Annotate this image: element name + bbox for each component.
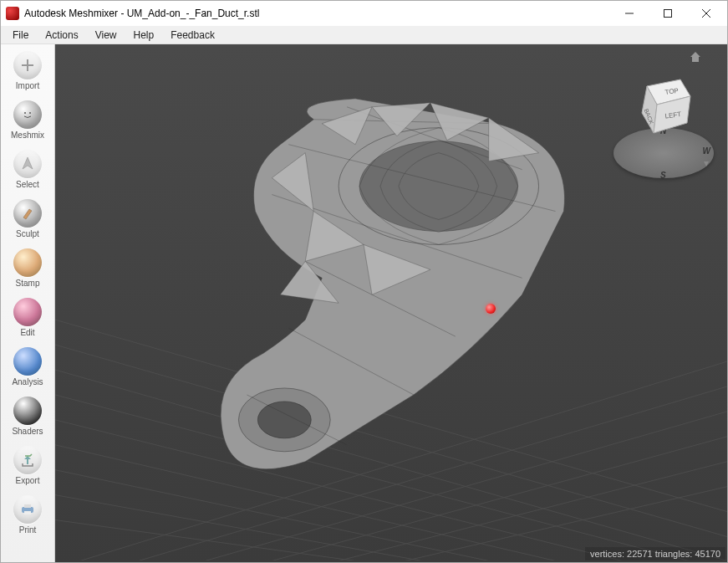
edit-sphere-icon bbox=[13, 298, 42, 326]
export-icon bbox=[13, 446, 42, 474]
vertices-count: 22571 bbox=[627, 549, 653, 559]
tool-label: Stamp bbox=[16, 279, 40, 288]
minimize-button[interactable] bbox=[610, 1, 649, 26]
tool-meshmix[interactable]: Meshmix bbox=[5, 99, 51, 143]
title-bar: Autodesk Meshmixer - UM_Add-on_-_Fan_Duc… bbox=[1, 1, 727, 26]
close-button[interactable] bbox=[687, 1, 725, 26]
view-cube-icon[interactable]: TOP BACK LEFT bbox=[630, 78, 697, 145]
tool-export[interactable]: Export bbox=[5, 444, 51, 489]
tool-label: Analysis bbox=[12, 377, 43, 386]
window-title: Autodesk Meshmixer - UM_Add-on_-_Fan_Duc… bbox=[24, 8, 610, 19]
tool-print[interactable]: Print bbox=[5, 494, 51, 538]
tool-import[interactable]: Import bbox=[5, 49, 51, 94]
brush-icon bbox=[13, 199, 42, 228]
menu-bar: File Actions View Help Feedback bbox=[1, 26, 727, 44]
menu-help[interactable]: Help bbox=[125, 28, 163, 43]
viewport-3d[interactable]: N W S TOP BACK LEFT ▾ vertices: 22571 tr… bbox=[55, 44, 727, 562]
svg-point-5 bbox=[29, 112, 31, 114]
arrow-cursor-icon bbox=[13, 150, 42, 178]
shader-sphere-icon bbox=[13, 397, 42, 425]
triangles-count: 45170 bbox=[695, 549, 720, 559]
tool-select[interactable]: Select bbox=[5, 148, 51, 192]
analysis-sphere-icon bbox=[13, 347, 42, 376]
svg-rect-7 bbox=[24, 504, 31, 508]
view-cube-menu-arrow[interactable]: ▾ bbox=[704, 157, 709, 169]
tool-label: Import bbox=[16, 81, 39, 90]
svg-line-22 bbox=[339, 462, 727, 561]
menu-feedback[interactable]: Feedback bbox=[162, 28, 223, 43]
app-icon bbox=[6, 7, 19, 20]
compass-south: S bbox=[660, 171, 666, 180]
tool-edit[interactable]: Edit bbox=[5, 296, 51, 340]
tool-sculpt[interactable]: Sculpt bbox=[5, 197, 51, 242]
tool-label: Meshmix bbox=[11, 131, 44, 140]
vertices-label: vertices: bbox=[590, 549, 624, 559]
model-mesh bbox=[221, 99, 564, 469]
tool-label: Shaders bbox=[12, 427, 43, 436]
svg-point-4 bbox=[24, 112, 26, 114]
svg-rect-8 bbox=[24, 511, 31, 514]
sphere-face-icon bbox=[13, 100, 42, 129]
status-bar: vertices: 22571 triangles: 45170 bbox=[585, 547, 725, 560]
view-cube-widget[interactable]: N W S TOP BACK LEFT ▾ bbox=[613, 78, 714, 187]
compass-west: W bbox=[703, 146, 710, 156]
svg-line-21 bbox=[272, 437, 727, 561]
stamp-icon bbox=[13, 248, 42, 277]
tool-label: Edit bbox=[20, 328, 34, 337]
menu-view[interactable]: View bbox=[87, 28, 125, 43]
view-home-button[interactable] bbox=[689, 51, 702, 63]
tool-label: Print bbox=[19, 525, 37, 535]
plus-icon bbox=[13, 51, 42, 79]
tool-stamp[interactable]: Stamp bbox=[5, 247, 51, 291]
maximize-button[interactable] bbox=[649, 1, 687, 26]
menu-file[interactable]: File bbox=[4, 28, 37, 43]
tool-label: Export bbox=[16, 476, 40, 485]
tool-label: Sculpt bbox=[16, 229, 39, 238]
pivot-point-indicator bbox=[486, 304, 496, 314]
menu-actions[interactable]: Actions bbox=[37, 28, 86, 43]
triangles-label: triangles: bbox=[655, 549, 693, 559]
print-icon bbox=[13, 495, 42, 524]
svg-point-27 bbox=[257, 402, 311, 438]
tool-sidebar: Import Meshmix Select Sculpt Stamp Edit … bbox=[1, 44, 55, 562]
main-area: Import Meshmix Select Sculpt Stamp Edit … bbox=[1, 44, 727, 562]
tool-analysis[interactable]: Analysis bbox=[5, 345, 51, 390]
svg-line-16 bbox=[55, 470, 489, 561]
svg-rect-1 bbox=[664, 10, 672, 18]
tool-label: Select bbox=[16, 180, 39, 189]
tool-shaders[interactable]: Shaders bbox=[5, 395, 51, 439]
